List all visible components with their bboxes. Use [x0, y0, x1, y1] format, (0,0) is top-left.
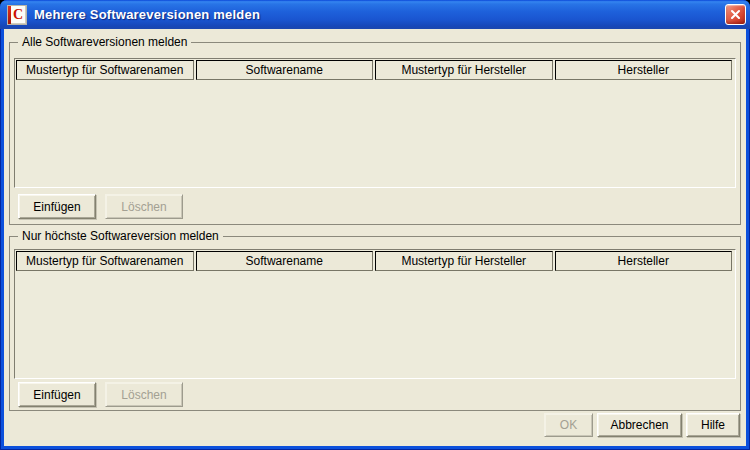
highest-version-delete-button[interactable]: Löschen [105, 382, 183, 407]
app-icon-letter: C [13, 8, 23, 22]
close-icon [730, 9, 741, 20]
group-highest-software-version: Nur höchste Softwareversion melden Muste… [9, 236, 741, 411]
consoleone-app-icon: C [7, 5, 27, 25]
highest-version-table: Mustertyp für Softwarenamen Softwarename… [14, 249, 736, 379]
all-versions-delete-button[interactable]: Löschen [105, 194, 183, 219]
group-all-software-versions: Alle Softwareversionen melden Mustertyp … [9, 42, 741, 225]
column-header-software-name[interactable]: Softwarename [196, 60, 374, 80]
highest-version-insert-button[interactable]: Einfügen [18, 382, 96, 407]
group-highest-version-label: Nur höchste Softwareversion melden [18, 229, 223, 244]
column-header-manufacturer[interactable]: Hersteller [555, 60, 733, 80]
all-versions-table-header: Mustertyp für Softwarenamen Softwarename… [15, 59, 735, 80]
window-title: Mehrere Softwareversionen melden [27, 7, 260, 22]
column-header-manufacturer[interactable]: Hersteller [555, 251, 733, 271]
close-button[interactable] [725, 4, 746, 25]
highest-version-table-body[interactable] [16, 273, 734, 377]
column-header-pattern-software-name[interactable]: Mustertyp für Softwarenamen [16, 251, 194, 271]
app-icon-stripe [8, 6, 11, 24]
dialog-window: C Mehrere Softwareversionen melden Alle … [0, 0, 750, 450]
all-versions-table-body[interactable] [16, 82, 734, 186]
all-versions-table: Mustertyp für Softwarenamen Softwarename… [14, 58, 736, 188]
dialog-footer: OK Abbrechen Hilfe [544, 413, 740, 437]
column-header-pattern-manufacturer[interactable]: Mustertyp für Hersteller [375, 60, 553, 80]
highest-version-table-header: Mustertyp für Softwarenamen Softwarename… [15, 250, 735, 271]
dialog-content: Alle Softwareversionen melden Mustertyp … [4, 29, 746, 446]
cancel-button[interactable]: Abbrechen [597, 413, 682, 437]
highest-version-buttons: Einfügen Löschen [18, 382, 183, 407]
ok-button[interactable]: OK [544, 413, 593, 437]
column-header-pattern-manufacturer[interactable]: Mustertyp für Hersteller [375, 251, 553, 271]
column-header-pattern-software-name[interactable]: Mustertyp für Softwarenamen [16, 60, 194, 80]
all-versions-insert-button[interactable]: Einfügen [18, 194, 96, 219]
titlebar[interactable]: C Mehrere Softwareversionen melden [0, 0, 750, 29]
help-button[interactable]: Hilfe [686, 413, 740, 437]
all-versions-buttons: Einfügen Löschen [18, 194, 183, 219]
column-header-software-name[interactable]: Softwarename [196, 251, 374, 271]
group-all-versions-label: Alle Softwareversionen melden [18, 35, 191, 50]
